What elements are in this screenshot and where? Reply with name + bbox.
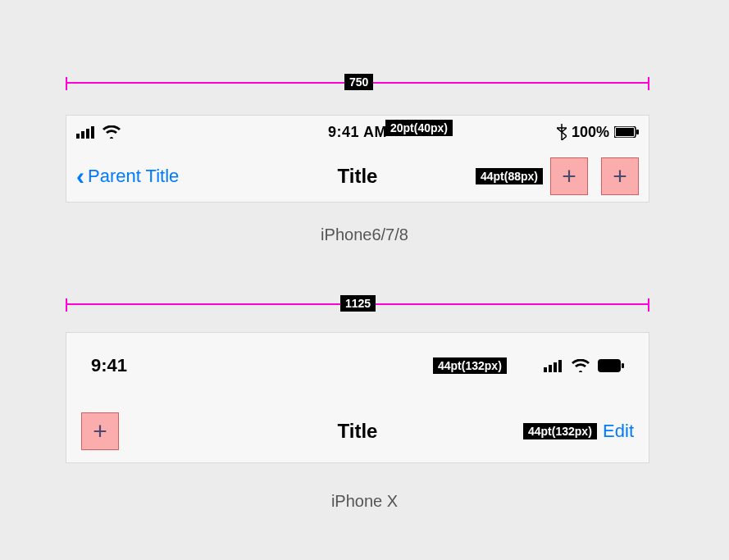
device-caption-d1: iPhone6/7/8 <box>0 225 729 244</box>
back-button-label[interactable]: Parent Title <box>88 166 179 187</box>
left-bar-button[interactable]: + <box>81 412 119 450</box>
page-title: Title <box>281 165 434 188</box>
svg-rect-6 <box>636 130 639 134</box>
svg-rect-10 <box>558 360 562 372</box>
statusbar-height-badge-d1: 20pt(40px) <box>385 120 453 136</box>
status-time: 9:41 AM <box>191 124 524 141</box>
svg-rect-8 <box>549 365 552 372</box>
plus-icon: + <box>613 162 627 190</box>
status-time: 9:41 <box>91 355 255 376</box>
svg-rect-11 <box>598 359 621 372</box>
svg-rect-0 <box>76 134 80 139</box>
page-title: Title <box>245 420 470 443</box>
bluetooth-icon <box>557 124 567 140</box>
cellular-bars-icon <box>76 125 96 139</box>
svg-rect-2 <box>86 129 89 139</box>
svg-rect-9 <box>554 362 557 372</box>
plus-icon: + <box>93 417 107 445</box>
cellular-bars-icon <box>544 359 563 372</box>
width-badge-d1: 750 <box>344 74 373 90</box>
statusbar-height-badge-d2: 44pt(132px) <box>433 357 507 374</box>
device-caption-d2: iPhone X <box>0 492 729 511</box>
svg-rect-1 <box>81 131 84 139</box>
svg-rect-5 <box>616 128 634 136</box>
width-badge-d2: 1125 <box>340 295 376 312</box>
svg-rect-3 <box>91 126 94 139</box>
iphonex-mockup: 9:41 + Title Edit <box>66 332 649 463</box>
edit-button[interactable]: Edit <box>603 421 634 442</box>
wifi-icon <box>572 359 590 372</box>
add-icon: + <box>562 162 576 190</box>
right-bar-button-1[interactable]: + <box>550 157 588 195</box>
wifi-icon <box>103 125 121 139</box>
svg-rect-12 <box>622 363 624 368</box>
back-chevron-icon[interactable]: ‹ <box>76 164 84 189</box>
battery-percent: 100% <box>572 124 609 141</box>
navigation-bar: ‹ Parent Title Title + + <box>66 148 649 203</box>
navbar-height-badge-d1: 44pt(88px) <box>476 168 543 184</box>
iphone678-mockup: 9:41 AM 100% ‹ Parent Title Title + <box>66 115 649 203</box>
battery-icon <box>598 359 624 372</box>
status-bar: 9:41 AM 100% <box>66 116 649 148</box>
svg-rect-7 <box>544 367 547 372</box>
right-bar-button-2[interactable]: + <box>601 157 639 195</box>
navbar-height-badge-d2: 44pt(132px) <box>523 423 597 439</box>
status-bar: 9:41 <box>66 333 649 398</box>
battery-icon <box>614 126 639 138</box>
